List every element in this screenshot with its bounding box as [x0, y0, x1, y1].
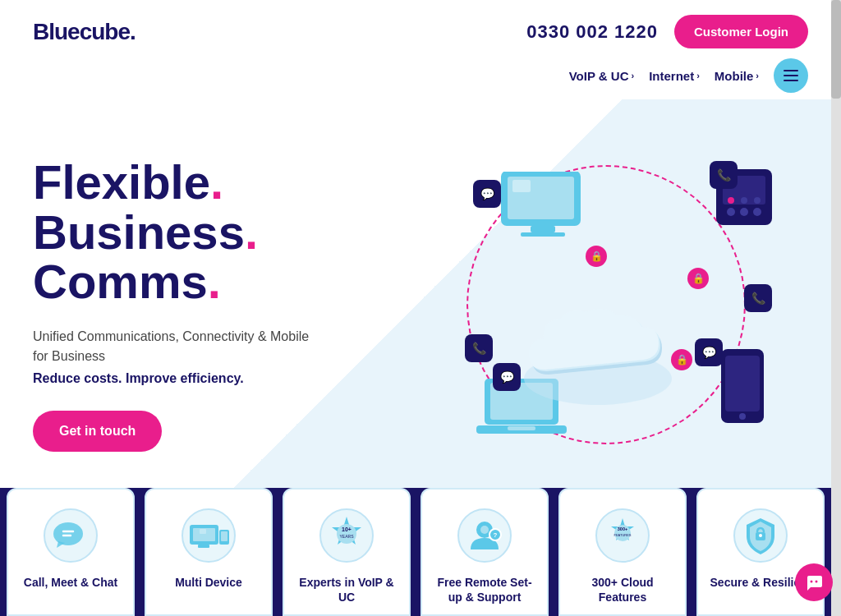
mobile-phone-icon	[721, 349, 764, 423]
chevron-icon: ›	[696, 71, 700, 80]
cloud-features-icon: 300+ FEATURES	[594, 507, 651, 564]
hero-heading: Flexible. Business. Comms.	[33, 158, 420, 308]
svg-point-50	[811, 581, 813, 583]
svg-rect-30	[198, 545, 209, 548]
hero-tagline: Reduce costs. Improve efficiency.	[33, 371, 420, 386]
svg-point-22	[53, 522, 83, 545]
svg-rect-2	[531, 226, 555, 232]
card-icon-wrap	[38, 503, 103, 568]
svg-text:?: ?	[494, 531, 498, 539]
svg-text:FEATURES: FEATURES	[614, 533, 631, 537]
lock-dot-1: 🔒	[586, 246, 607, 267]
svg-rect-29	[221, 531, 227, 541]
svg-point-15	[741, 197, 747, 204]
chat-bubble-right: 💬	[695, 338, 723, 366]
phone-bubble-top-right: 📞	[710, 161, 738, 189]
card-title: Call, Meet & Chat	[24, 575, 117, 590]
card-title: Multi Device	[175, 575, 242, 590]
svg-point-51	[816, 581, 818, 583]
hero-section: Flexible. Business. Comms. Unified Commu…	[0, 99, 841, 502]
award-icon: 10+ YEARS	[318, 507, 375, 564]
svg-text:YEARS: YEARS	[340, 534, 355, 539]
chat-bubble-icon	[804, 572, 824, 592]
card-icon-wrap	[728, 503, 793, 568]
svg-rect-8	[508, 426, 535, 430]
card-title: Free Remote Set-up & Support	[432, 575, 537, 605]
lock-dot-2: 🔒	[687, 268, 709, 289]
cloud-scene: 📞 💬 📞 💬 📞 💬 🔒 🔒 🔒 🔒	[442, 149, 787, 453]
svg-rect-31	[200, 529, 206, 534]
logo[interactable]: Bluecube.	[33, 19, 136, 45]
svg-point-19	[739, 413, 746, 420]
chevron-icon: ›	[756, 71, 759, 80]
menu-bar	[784, 80, 798, 81]
chevron-icon: ›	[631, 71, 634, 80]
card-icon-wrap: 10+ YEARS	[314, 503, 379, 568]
header-right: 0330 002 1220 Customer Login	[526, 15, 808, 48]
monitor-icon	[498, 172, 588, 241]
svg-text:10+: 10+	[342, 526, 352, 532]
phone-bubble-left: 📞	[465, 334, 493, 362]
nav-internet[interactable]: Internet ›	[649, 69, 700, 83]
menu-bar	[784, 75, 798, 76]
svg-point-49	[759, 534, 762, 537]
svg-rect-18	[725, 356, 760, 411]
hero-illustration: 📞 💬 📞 💬 📞 💬 🔒 🔒 🔒 🔒	[420, 124, 808, 477]
chat-bubble-top: 💬	[473, 180, 501, 208]
card-title: 300+ Cloud Features	[570, 575, 675, 605]
nav-row: VoIP & UC › Internet › Mobile ›	[0, 57, 841, 99]
svg-rect-3	[521, 232, 565, 237]
chat-icon	[42, 507, 99, 564]
card-icon-wrap	[176, 503, 241, 568]
menu-button[interactable]	[774, 58, 808, 93]
card-icon-wrap: 300+ FEATURES	[590, 503, 655, 568]
svg-point-39	[480, 526, 489, 534]
hero-content: Flexible. Business. Comms. Unified Commu…	[33, 124, 420, 477]
security-icon	[732, 507, 789, 564]
svg-point-16	[754, 197, 761, 204]
scrollbar[interactable]	[831, 0, 841, 616]
card-free-remote-setup[interactable]: ? Free Remote Set-up & Support	[420, 488, 549, 616]
cards-section: Call, Meet & Chat Multi Device 10+	[0, 488, 831, 616]
chat-widget-button[interactable]	[795, 563, 833, 601]
svg-rect-4	[512, 180, 531, 192]
get-in-touch-button[interactable]: Get in touch	[33, 411, 162, 452]
svg-point-13	[753, 208, 761, 216]
card-cloud-features[interactable]: 300+ FEATURES 300+ Cloud Features	[558, 488, 687, 616]
customer-login-button[interactable]: Customer Login	[674, 15, 808, 48]
svg-point-11	[727, 208, 735, 216]
card-icon-wrap: ?	[452, 503, 517, 568]
cloud-svg	[516, 309, 680, 407]
nav-mobile[interactable]: Mobile ›	[715, 69, 759, 83]
header: Bluecube. 0330 002 1220 Customer Login	[0, 0, 841, 57]
svg-point-12	[740, 208, 748, 216]
svg-point-14	[728, 197, 734, 204]
support-icon: ?	[456, 507, 513, 564]
scrollbar-thumb[interactable]	[831, 0, 841, 99]
nav-voip-uc[interactable]: VoIP & UC ›	[569, 69, 634, 83]
svg-text:300+: 300+	[618, 526, 627, 531]
hero-subtext: Unified Communications, Connectivity & M…	[33, 327, 312, 366]
devices-icon	[180, 507, 237, 564]
card-call-meet-chat[interactable]: Call, Meet & Chat	[7, 488, 135, 616]
phone-number[interactable]: 0330 002 1220	[526, 21, 658, 43]
menu-bar	[784, 70, 798, 71]
card-multi-device[interactable]: Multi Device	[145, 488, 273, 616]
phone-bubble-right: 📞	[744, 284, 772, 312]
card-experts-voip[interactable]: 10+ YEARS Experts in VoIP & UC	[283, 488, 411, 616]
card-title: Experts in VoIP & UC	[294, 575, 399, 605]
